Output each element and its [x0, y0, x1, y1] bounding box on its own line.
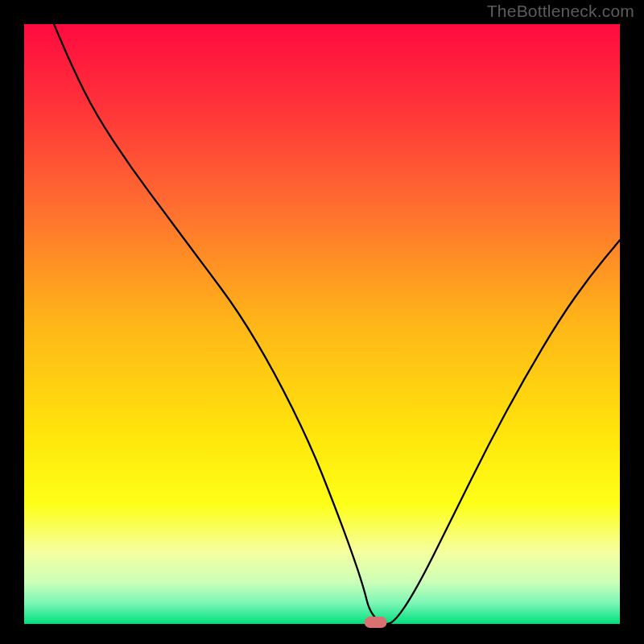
bottleneck-chart	[0, 0, 644, 644]
chart-root: TheBottleneck.com	[0, 0, 644, 644]
optimum-marker	[365, 617, 387, 628]
plot-background	[24, 24, 620, 624]
